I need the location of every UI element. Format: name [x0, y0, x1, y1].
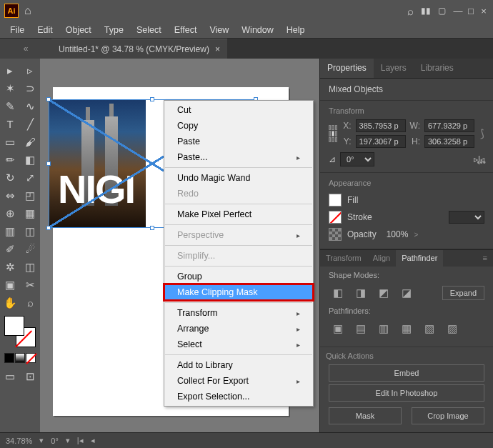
menu-effect[interactable]: Effect [169, 24, 203, 36]
menu-view[interactable]: View [204, 24, 234, 36]
slice-tool[interactable]: ✂ [20, 276, 40, 294]
search-icon[interactable]: ⌕ [407, 5, 414, 17]
menu-edit[interactable]: Edit [31, 24, 59, 36]
tab-libraries[interactable]: Libraries [414, 59, 461, 78]
opacity-swatch[interactable] [329, 228, 342, 241]
rotate-tool[interactable]: ↻ [0, 169, 20, 186]
rectangle-tool[interactable]: ▭ [0, 133, 20, 151]
color-mode-swatches[interactable] [4, 353, 36, 363]
minus-front-icon[interactable]: ◨ [352, 285, 370, 301]
document-tab[interactable]: Untitled-1* @ 34.78 % (CMYK/Preview) × [51, 39, 227, 59]
hand-tool[interactable]: ✋ [0, 294, 20, 312]
menu-window[interactable]: Window [236, 24, 279, 36]
h-input[interactable] [424, 135, 474, 148]
dock-toggle[interactable]: « [0, 39, 51, 59]
lasso-tool[interactable]: ⊃ [20, 79, 40, 97]
minus-back-icon[interactable]: ▨ [443, 321, 462, 337]
curvature-tool[interactable]: ∿ [20, 97, 40, 115]
edit-in-photoshop-button[interactable]: Edit In Photoshop [329, 384, 484, 402]
shape-builder-tool[interactable]: ⊕ [0, 204, 20, 222]
tab-properties[interactable]: Properties [320, 59, 374, 78]
maximize-button[interactable]: □ [466, 6, 476, 16]
context-menu-item[interactable]: Collect For Export▸ [164, 373, 313, 389]
artboard-nav-prev-icon[interactable]: ◂ [91, 436, 95, 445]
context-menu-item[interactable]: Undo Magic Wand [164, 170, 313, 186]
unite-icon[interactable]: ◧ [329, 285, 347, 301]
eraser-tool[interactable]: ◧ [20, 151, 40, 169]
graph-tool[interactable]: ◫ [20, 258, 40, 276]
selection-handle[interactable] [150, 97, 154, 101]
context-menu-item[interactable]: Paste...▸ [164, 149, 313, 165]
crop-image-button[interactable]: Crop Image [412, 407, 484, 424]
w-input[interactable] [424, 119, 474, 132]
eyedropper-tool[interactable]: ✐ [0, 240, 20, 258]
workspace-icon[interactable]: ▮▮ [421, 6, 431, 16]
type-tool[interactable]: T [0, 115, 20, 133]
blend-tool[interactable]: ☄ [20, 240, 40, 258]
shaper-tool[interactable]: ✏ [0, 151, 20, 169]
artboard-tool[interactable]: ▣ [0, 276, 20, 294]
intersect-icon[interactable]: ◩ [374, 285, 393, 301]
context-menu-item[interactable]: Cut [164, 102, 313, 118]
context-menu-item[interactable]: Group [164, 269, 313, 284]
context-menu-item[interactable]: Make Pixel Perfect [164, 206, 313, 222]
arrange-docs-icon[interactable]: ▢ [438, 6, 446, 16]
tab-align[interactable]: Align [367, 250, 396, 267]
context-menu-item[interactable]: Arrange▸ [164, 321, 313, 337]
pen-tool[interactable]: ✎ [0, 97, 20, 115]
line-tool[interactable]: ╱ [20, 115, 40, 133]
divide-icon[interactable]: ▣ [329, 321, 347, 337]
embed-button[interactable]: Embed [329, 364, 484, 382]
rotate-input[interactable]: 0° [340, 152, 374, 166]
trim-icon[interactable]: ▤ [352, 321, 370, 337]
y-input[interactable] [356, 135, 406, 148]
edit-mode-tool[interactable]: ⊡ [20, 367, 40, 385]
tab-layers[interactable]: Layers [374, 59, 414, 78]
fill-stroke-swatch[interactable] [4, 316, 36, 347]
selection-handle[interactable] [150, 226, 154, 230]
brush-tool[interactable]: 🖌 [20, 133, 40, 151]
menu-type[interactable]: Type [99, 24, 129, 36]
minimize-button[interactable]: — [453, 6, 463, 16]
panel-menu-icon[interactable]: ≡ [477, 250, 493, 267]
menu-file[interactable]: File [4, 24, 30, 36]
context-menu-item[interactable]: Add to Library [164, 357, 313, 373]
stroke-weight-input[interactable] [449, 211, 484, 224]
menu-help[interactable]: Help [281, 24, 311, 36]
exclude-icon[interactable]: ◪ [397, 285, 416, 301]
screen-mode-tool[interactable]: ▭ [0, 367, 20, 385]
context-menu-item[interactable]: Select▸ [164, 337, 313, 352]
stroke-swatch[interactable] [329, 211, 342, 224]
menu-object[interactable]: Object [60, 24, 97, 36]
context-menu-item[interactable]: Make Clipping Mask [164, 284, 313, 300]
tab-transform[interactable]: Transform [320, 250, 367, 267]
selection-handle[interactable] [46, 161, 51, 166]
context-menu-item[interactable]: Copy [164, 118, 313, 134]
artboard-nav-first-icon[interactable]: |◂ [77, 436, 84, 445]
selection-tool[interactable]: ▸ [0, 61, 20, 79]
crop-icon[interactable]: ▦ [397, 321, 416, 337]
menu-select[interactable]: Select [131, 24, 167, 36]
reference-point[interactable] [329, 125, 337, 142]
context-menu-item[interactable]: Transform▸ [164, 305, 313, 321]
rotate-view[interactable]: 0° [51, 437, 59, 445]
context-menu-item[interactable]: Export Selection... [164, 389, 313, 404]
selection-handle[interactable] [46, 97, 51, 101]
gradient-tool[interactable]: ◫ [20, 222, 40, 240]
close-tab-icon[interactable]: × [215, 44, 220, 54]
outline-icon[interactable]: ▧ [420, 321, 439, 337]
mask-button[interactable]: Mask [329, 407, 402, 424]
symbol-sprayer-tool[interactable]: ✲ [0, 258, 20, 276]
more-options-icon[interactable]: ••• [477, 158, 486, 168]
link-wh-icon[interactable]: ⟆ [480, 127, 484, 140]
zoom-tool[interactable]: ⌕ [20, 294, 40, 312]
magic-wand-tool[interactable]: ✶ [0, 79, 20, 97]
merge-icon[interactable]: ▥ [374, 321, 393, 337]
close-button[interactable]: × [479, 6, 489, 16]
context-menu-item[interactable]: Paste [164, 134, 313, 149]
fill-swatch[interactable] [329, 194, 342, 206]
direct-selection-tool[interactable]: ▹ [20, 61, 40, 79]
tab-pathfinder[interactable]: Pathfinder [396, 250, 443, 267]
home-icon[interactable]: ⌂ [24, 4, 31, 17]
x-input[interactable] [356, 119, 406, 132]
